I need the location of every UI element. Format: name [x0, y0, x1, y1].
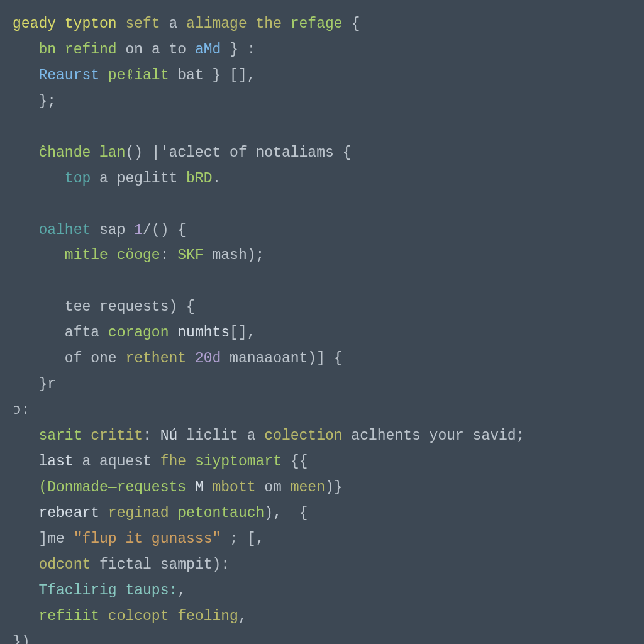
- code-line[interactable]: [13, 269, 631, 294]
- code-token: liclit a: [177, 428, 264, 444]
- code-token: reginad: [108, 505, 169, 521]
- code-token: last: [38, 453, 73, 470]
- code-token: numhts: [177, 325, 230, 341]
- code-token: refind: [65, 42, 117, 58]
- code-token: top: [65, 170, 91, 187]
- code-token: [82, 428, 91, 444]
- code-token: tee requests) {: [65, 299, 195, 315]
- code-token: mash);: [204, 247, 265, 264]
- code-token: [13, 119, 21, 135]
- code-token: /() {: [143, 222, 186, 238]
- code-token: [108, 247, 117, 264]
- code-token: ,: [177, 582, 186, 599]
- code-line[interactable]: last a aquest fhe siyptomart {{: [13, 449, 631, 475]
- code-token: siyptomart: [195, 453, 282, 470]
- code-token: 1: [134, 222, 143, 238]
- code-token: lan: [99, 145, 125, 161]
- code-token: {{: [282, 453, 308, 470]
- code-token: [99, 608, 108, 625]
- code-line[interactable]: of one rethent 20d manaaoant)] {: [13, 346, 631, 372]
- code-token: petontauch: [177, 505, 264, 521]
- code-editor-viewport[interactable]: geady typton seft a alimage the refage {…: [13, 11, 631, 644]
- code-token: ĉhande: [38, 145, 91, 161]
- code-token: bn: [38, 42, 56, 58]
- code-token: [204, 479, 213, 496]
- code-token: )}: [325, 479, 343, 496]
- code-token: [91, 145, 99, 161]
- code-token: [247, 16, 256, 32]
- code-token: [117, 16, 126, 32]
- code-token: meen: [291, 479, 325, 496]
- code-token: sarit: [38, 428, 82, 444]
- code-token: [99, 505, 108, 521]
- code-token: [186, 453, 195, 470]
- code-token: Nú: [160, 428, 178, 444]
- code-token: a aquest: [74, 453, 160, 470]
- code-line[interactable]: afta coragon numhts[],: [13, 320, 631, 346]
- code-line[interactable]: }): [13, 630, 631, 645]
- code-line[interactable]: geady typton seft a alimage the refage {: [13, 11, 631, 37]
- code-token: Reaurst: [38, 67, 99, 84]
- code-token: a: [160, 16, 186, 32]
- code-token: oalhet: [38, 222, 91, 238]
- code-line[interactable]: refiiit colcopt feoling,: [13, 604, 631, 630]
- code-line[interactable]: bn refind on a to aMd } :: [13, 37, 631, 63]
- code-line[interactable]: ɔ:: [13, 397, 631, 423]
- code-token: sap: [91, 222, 134, 238]
- code-token: afta: [65, 325, 108, 341]
- code-token: Tfaclirig taups:: [38, 582, 177, 599]
- code-line[interactable]: };: [13, 89, 631, 114]
- code-token: bRD: [186, 170, 212, 187]
- code-token: ; [,: [221, 531, 264, 547]
- code-token: rebeart: [38, 505, 99, 521]
- code-token: [186, 350, 195, 367]
- code-token: colcopt: [108, 608, 169, 625]
- code-token: (Donmade—requests: [38, 479, 186, 496]
- code-token: aclhents your savid;: [343, 428, 525, 444]
- code-token: };: [38, 93, 56, 109]
- code-line[interactable]: tee requests) {: [13, 294, 631, 320]
- code-line[interactable]: Tfaclirig taups:,: [13, 578, 631, 604]
- code-token: fhe: [160, 453, 186, 470]
- code-token: rethent: [125, 350, 186, 367]
- code-token: 20d: [195, 350, 221, 367]
- code-token: cöoge: [117, 247, 160, 264]
- code-token: manaaoant)] {: [221, 350, 342, 367]
- code-line[interactable]: mitle cöoge: SKF mash);: [13, 243, 631, 269]
- code-token: "flup it gunasss": [74, 531, 221, 547]
- code-line[interactable]: oalhet sap 1/() {: [13, 218, 631, 243]
- code-line[interactable]: top a peglitt bRD.: [13, 166, 631, 192]
- code-token: () |'aclect of notaliams {: [125, 145, 351, 161]
- code-line[interactable]: [13, 192, 631, 218]
- code-token: coragon: [108, 325, 169, 341]
- code-line[interactable]: [13, 114, 631, 140]
- code-token: critit: [91, 428, 143, 444]
- code-token: seft: [125, 16, 160, 32]
- code-token: [169, 325, 177, 341]
- code-token: the: [256, 16, 282, 32]
- code-token: :: [160, 247, 178, 264]
- code-line[interactable]: sarit critit: Nú liclit a colection aclh…: [13, 423, 631, 449]
- code-line[interactable]: }r: [13, 372, 631, 397]
- code-token: geady typton: [13, 16, 117, 32]
- code-token: odcont: [38, 557, 91, 573]
- code-token: [186, 479, 195, 496]
- code-token: [169, 608, 177, 625]
- code-token: alimage: [186, 16, 247, 32]
- code-token: aMd: [195, 42, 221, 58]
- code-token: SKF: [177, 247, 203, 264]
- code-token: M: [195, 479, 204, 496]
- code-line[interactable]: odcont fictal sampit):: [13, 552, 631, 578]
- code-token: of one: [65, 350, 126, 367]
- code-token: ɔ:: [13, 402, 30, 418]
- code-token: [56, 42, 65, 58]
- code-token: mitle: [65, 247, 108, 264]
- code-line[interactable]: ]me "flup it gunasss" ; [,: [13, 526, 631, 552]
- code-token: refage: [291, 16, 343, 32]
- code-line[interactable]: Reaurst peℓialt bat } [],: [13, 63, 631, 89]
- code-line[interactable]: rebeart reginad petontauch), {: [13, 501, 631, 526]
- code-token: ), {: [264, 505, 308, 521]
- code-token: }): [13, 634, 30, 645]
- code-line[interactable]: ĉhande lan() |'aclect of notaliams {: [13, 140, 631, 166]
- code-line[interactable]: (Donmade—requests M mbott om meen)}: [13, 475, 631, 501]
